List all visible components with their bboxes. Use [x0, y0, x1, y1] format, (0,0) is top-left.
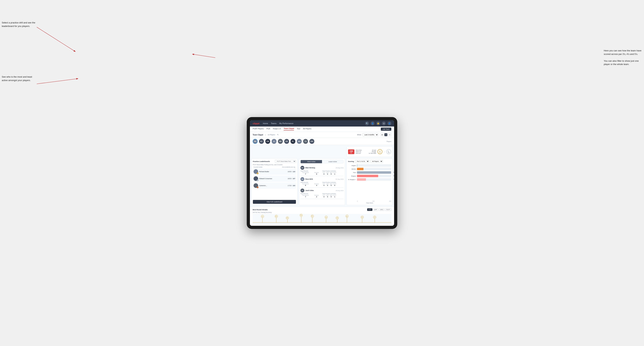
player-avatar-6[interactable]: KB	[284, 139, 289, 144]
tab-least-active[interactable]: Least Active	[322, 160, 343, 163]
time-filter-select[interactable]: Last 3 months	[362, 133, 378, 136]
shot-circle-2: 0 yds	[386, 149, 391, 154]
table-row[interactable]: 1 Richard Butler 19/20 110	[253, 169, 296, 175]
table-row[interactable]: 3 Cameron... 17/20 103	[253, 182, 296, 189]
player-avatar-10[interactable]: DW	[310, 139, 314, 144]
player-avatar-4[interactable]: JC	[272, 139, 276, 144]
start-lie-value: Rough	[372, 151, 376, 153]
bell-icon[interactable]: 🔔	[376, 121, 380, 125]
sub-nav-pgat[interactable]: PGAT Players	[253, 128, 264, 130]
streak-chart: 7x 6x 6x 5x 5x 4x 4x 4x 3x 3x	[253, 214, 391, 224]
add-team-button[interactable]: Add Team	[381, 128, 391, 131]
player-avatar-3[interactable]: CM	[265, 139, 270, 144]
tournament-value-1: 7	[300, 173, 310, 175]
bar-track: 3	[357, 164, 391, 167]
scoring-card-header: Scoring Par 3, 4 & 5s All Players	[348, 160, 391, 163]
player-avatar-2[interactable]: EC	[259, 139, 264, 144]
app-label-1: APP	[326, 172, 329, 173]
practice-label-1: Practice	[312, 172, 322, 173]
scoring-card: Scoring Par 3, 4 & 5s All Players Eagles…	[346, 158, 393, 205]
annotation-bottom-left: See who is the most and least active amo…	[2, 75, 37, 82]
streak-btn-putt[interactable]: PUTT	[385, 208, 391, 211]
sub-nav-hcaps[interactable]: Hcaps 1-5	[273, 128, 281, 130]
bar-fill	[357, 171, 391, 174]
streak-btn-ott[interactable]: OTT	[367, 208, 372, 211]
top-nav: clippd Home Teams My Performance 🔍 👤 🔔 ⚙…	[250, 120, 394, 127]
player-avatar-8[interactable]: MH	[297, 139, 302, 144]
streak-bubble: 5x	[311, 215, 314, 218]
bar-fill	[357, 164, 357, 167]
putt-value-1: 1	[333, 173, 336, 175]
shot-circles: 16 yds → 0 yds	[378, 149, 391, 154]
active-name-2: Rees Britt	[306, 178, 334, 180]
ott-value-1: 0	[322, 173, 326, 175]
player-avatar-5[interactable]: BB	[278, 139, 283, 144]
players-label: Players	[386, 141, 391, 142]
streak-btn-arg[interactable]: ARG	[379, 208, 384, 211]
nav-teams[interactable]: Teams	[271, 122, 276, 124]
sub-nav-team-clippd[interactable]: Team Clippd	[284, 128, 294, 131]
chart-x-axis: 0 200 400	[348, 201, 391, 202]
streak-node: 5x	[300, 214, 302, 223]
streak-btn-app[interactable]: APP	[373, 208, 378, 211]
settings-icon[interactable]: ⚙	[382, 121, 386, 125]
player-avg-1: 110	[292, 171, 295, 173]
sub-nav-all-players[interactable]: All Players	[303, 128, 311, 130]
practice-leaderboards-card: Practice Leaderboards PUTT Must Make Put…	[251, 158, 298, 205]
nav-home[interactable]: Home	[263, 122, 268, 124]
par-filter-select[interactable]: Par 3, 4 & 5s	[355, 160, 369, 163]
edit-icon[interactable]: ✎	[277, 134, 278, 136]
player-avatar-9[interactable]: TG	[303, 139, 308, 144]
avatar-icon[interactable]: 👤	[388, 121, 391, 125]
streak-bubble: 3x	[361, 216, 364, 219]
detail-view-icon[interactable]: ≡	[388, 133, 391, 136]
practice-card-header: Practice Leaderboards PUTT Must Make Put…	[253, 160, 296, 163]
sub-nav-pga[interactable]: PGA	[266, 128, 270, 130]
search-icon[interactable]: 🔍	[365, 121, 369, 125]
streak-node: 6x	[275, 215, 278, 223]
streak-bubble: 7x	[261, 215, 264, 218]
col-pb-score: PB SCORE	[282, 167, 288, 168]
players-row: RB EC CM JC BB KB PL MH TG DW Players	[250, 138, 394, 145]
streak-node: 4x	[346, 215, 348, 223]
end-lie-value: In The Hole	[369, 153, 376, 154]
active-avatar-3: JC	[300, 188, 304, 192]
streaks-buttons: OTT APP ARG PUTT	[367, 208, 391, 211]
team-title: Team Clippd	[253, 134, 263, 136]
table-row[interactable]: 2 Edward Crossman 18/20 107	[253, 175, 296, 182]
sub-nav-tour[interactable]: Tour	[297, 128, 300, 130]
player-name-3: Cameron...	[259, 185, 286, 186]
shot-badge: 198 SC	[348, 149, 354, 154]
nav-my-performance[interactable]: My Performance	[279, 122, 294, 124]
ott-label-1: OTT	[322, 172, 326, 173]
annotation-right: Here you can see how the team have score…	[604, 49, 642, 66]
grid-view-icon[interactable]: ⊞	[380, 133, 384, 136]
arg-label-1: ARG	[330, 172, 333, 173]
bar-label: Pars	[348, 172, 356, 173]
tab-most-active[interactable]: Most Active	[301, 160, 322, 163]
player-avatar-7[interactable]: PL	[290, 139, 296, 144]
person-icon[interactable]: 👤	[371, 121, 374, 125]
streak-bubble: 6x	[275, 215, 278, 218]
show-label: Show:	[357, 134, 362, 136]
streak-bubble: 4x	[336, 216, 338, 219]
chart-bar-row: Eagles 3	[348, 164, 391, 167]
rank-badge-3: 3	[257, 186, 258, 188]
player-filter-select[interactable]: All Players	[370, 160, 383, 163]
tournament-label-1: Tournament	[300, 172, 310, 173]
streak-node: 6x	[286, 216, 289, 223]
view-leaderboard-button[interactable]: View Full Leaderboard	[253, 200, 296, 204]
player-avatar-1[interactable]: RB	[253, 139, 258, 144]
tablet-frame: clippd Home Teams My Performance 🔍 👤 🔔 ⚙…	[247, 117, 397, 229]
streak-stem	[326, 219, 326, 223]
streaks-title: Best Round Streaks	[253, 209, 268, 211]
list-view-icon[interactable]: ☰	[384, 133, 388, 136]
streak-node: 3x	[373, 216, 376, 223]
end-lie-label: End Lie:	[356, 153, 361, 154]
shot-dist-label: Shot Dist:	[356, 149, 362, 151]
active-name-3: Josh Coles	[306, 190, 334, 191]
bar-value: 311	[394, 175, 394, 176]
col-player-name: PLAYER NAME	[254, 167, 282, 168]
bar-label: Eagles	[348, 165, 356, 166]
drill-selector[interactable]: PUTT Must Make Putt...	[275, 160, 296, 163]
